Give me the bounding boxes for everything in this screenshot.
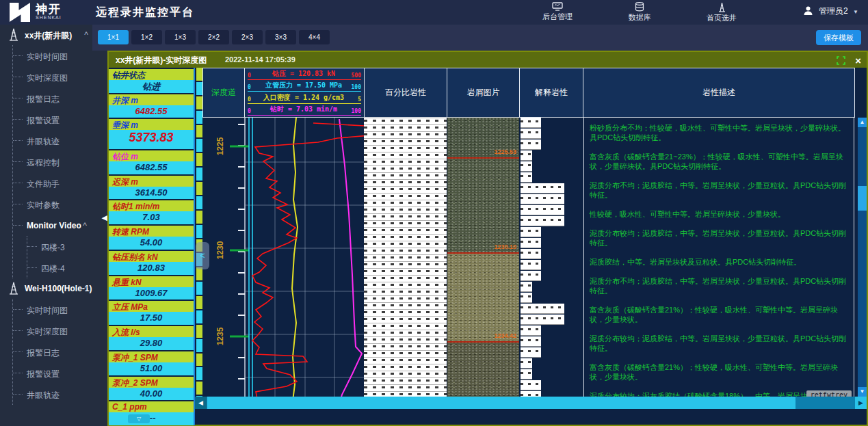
param-value: 7.03 [109,211,194,224]
layout-button-4x4[interactable]: 4×4 [299,30,330,44]
tree-dash [13,394,23,395]
interp-lith-cell [521,161,532,172]
scroll-up-icon[interactable]: ▲ [858,118,867,127]
parameter-3: 钻位 m6482.55 [109,150,194,174]
interp-lith-cell [521,139,541,150]
parameter-8: 悬重 kN1009.67 [109,276,194,300]
parameter-13: C_1 ppm▽--- [109,401,194,425]
layout-button-1x1[interactable]: 1×1 [98,30,129,44]
layout-button-2x2[interactable]: 2×2 [198,30,229,44]
photo-segment [447,252,519,341]
sidebar-item-0-video-0[interactable]: 四楼-3 [27,236,107,257]
interp-lith-cell [521,271,541,281]
nav-home-well-select[interactable]: 首页选井 [694,1,749,23]
horizontal-scroll-thumb[interactable] [207,397,795,409]
interp-lith-cell [521,129,541,139]
param-value: ▽--- [109,412,194,425]
scroll-down-icon[interactable]: ▼ [858,387,867,397]
interp-lith-cell [521,260,541,270]
legend-0: 0钻压 = 120.83 kN500 [248,70,361,80]
sidebar-item-0-2[interactable]: 报警日志 [13,88,107,109]
parameter-1: 井深 m6482.55 [109,94,194,118]
shenkai-logo-icon [10,3,30,22]
close-icon[interactable]: × [855,55,861,66]
user-name: 管理员2 [819,6,848,16]
interp-lith-cell [521,347,541,358]
nav-database[interactable]: 数据库 [612,1,667,23]
database-icon [635,2,644,12]
sidebar-item-1-2[interactable]: 报警日志 [13,341,107,362]
layout-button-2x3[interactable]: 2×3 [232,30,263,44]
layout-toolbar: 1×11×21×32×22×33×34×4 保存模板 [92,25,868,51]
tree-dash [27,246,37,247]
interp-lith-cell [521,293,532,303]
interp-lith-cell [521,249,541,259]
param-value: 40.00 [109,388,194,401]
param-label: 井深 m [109,94,194,105]
sidebar-item-1-0[interactable]: 实时时间图 [13,299,107,320]
parameter-9: 立压 MPa17.50 [109,301,194,325]
nav-backend-admin[interactable]: 后台管理 [530,1,585,22]
layout-button-1x2[interactable]: 1×2 [131,30,162,44]
horizontal-scrollbar[interactable]: ◀ ▶ [195,397,867,409]
well-node-1[interactable]: Wei-H100(Hole-1)^ [0,278,107,299]
tree-dash [13,77,23,77]
sidebar-item-0-6[interactable]: 文件助手 [13,172,107,194]
param-value: 17.50 [109,312,194,325]
interp-lith-cell [521,205,564,215]
curve-legend: 0钻压 = 120.83 kN5000立管压力 = 17.50 MPa1000入… [244,68,365,118]
param-dropdown-button[interactable]: ▽ [128,414,150,423]
interp-lith-cell [521,227,541,237]
app-title: 远程录井监控平台 [96,5,194,20]
parameter-12: 泵冲_2 SPM40.00 [109,377,194,401]
window-titlebar[interactable]: xx井(新井眼)-实时深度图 2022-11-14 17:05:39 × [109,52,867,68]
photo-segment [447,157,519,252]
vertical-scrollbar[interactable]: ▲ ▼ [858,118,867,397]
app-screen: 神开 SHENKAI 远程录井监控平台 后台管理 数据库 [0,0,868,426]
chevron-up-icon: ^ [84,30,88,40]
depth-log-chart: < 深度道 0钻压 = 120.83 kN5000立管压力 = 17.50 MP… [195,68,867,425]
param-label: 钻位 m [109,150,194,161]
lith-description-9: 富含灰质（碳酸钙含量21%）；性较硬，吸水性、可塑性中等。岩屑呈碎块状，少量块状… [590,362,850,382]
sidebar-item-0-1[interactable]: 实时深度图 [13,66,107,88]
tree-dash [27,267,37,268]
layout-button-1x3[interactable]: 1×3 [165,30,196,44]
sidebar-item-0-5[interactable]: 远程控制 [13,151,107,172]
scroll-left-icon[interactable]: ◀ [195,397,207,409]
sidebar-item-1-4[interactable]: 井眼轨迹 [13,384,107,405]
lith-description-7: 富含灰质（碳酸钙含量21%）；性较硬，吸水性、可塑性中等。岩屑呈碎块状，少量块状… [590,305,850,324]
interp-lith-cell [521,358,532,369]
svg-text:1225: 1225 [215,137,225,155]
sidebar-item-1-1[interactable]: 实时深度图 [13,320,107,341]
layout-button-3x3[interactable]: 3×3 [265,30,296,44]
interp-lithology-column [520,118,583,415]
lithology-description-column: 粉砂质分布不均；性较硬，吸水性、可塑性中等。岩屑呈块状，少量碎块状。具PDC钻头… [583,118,854,415]
legend-1: 0立管压力 = 17.50 MPa100 [248,81,361,92]
parameter-7: 钻压别名 kN120.83 [109,251,194,275]
param-label: 钻时1 min/m [109,200,194,211]
photo-depth-label: 1234.42 [494,332,516,339]
save-template-button[interactable]: 保存模板 [816,30,861,45]
parameter-5: 钻时1 min/m7.03 [109,200,194,224]
sidebar-item-0-video[interactable]: Monitor Video^ [13,215,107,236]
vertical-scroll-thumb[interactable] [858,186,867,211]
scroll-right-icon[interactable]: ▶ [855,397,867,409]
sidebar-item-0-7[interactable]: 实时参数 [13,194,107,215]
panel-collapse-button[interactable]: < [196,242,209,269]
photo-depth-line [447,252,519,254]
sidebar-item-0-4[interactable]: 井眼轨迹 [13,130,107,151]
tree-dash [13,161,23,162]
well-node-0[interactable]: xx井(新井眼)^ [0,25,107,45]
sidebar-item-0-video-1[interactable]: 四楼-4 [27,257,107,278]
param-value: 钻进 [109,80,194,93]
user-menu[interactable]: 管理员2 ▼ [803,5,858,17]
column-header-percent-lith: 百分比岩性 [364,68,447,118]
sidebar-item-1-3[interactable]: 报警设置 [13,362,107,384]
sidebar-item-0-3[interactable]: 报警设置 [13,109,107,130]
parameter-11: 泵冲_1 SPM51.00 [109,351,194,375]
sidebar-collapse-arrow-icon[interactable]: ◀ [102,213,107,222]
cuttings-photo-column: 1225.531230.101234.42 [447,118,519,415]
column-header-depth: 深度道 [202,68,245,118]
fullscreen-icon[interactable] [837,56,845,65]
param-value: 6482.55 [109,161,194,174]
